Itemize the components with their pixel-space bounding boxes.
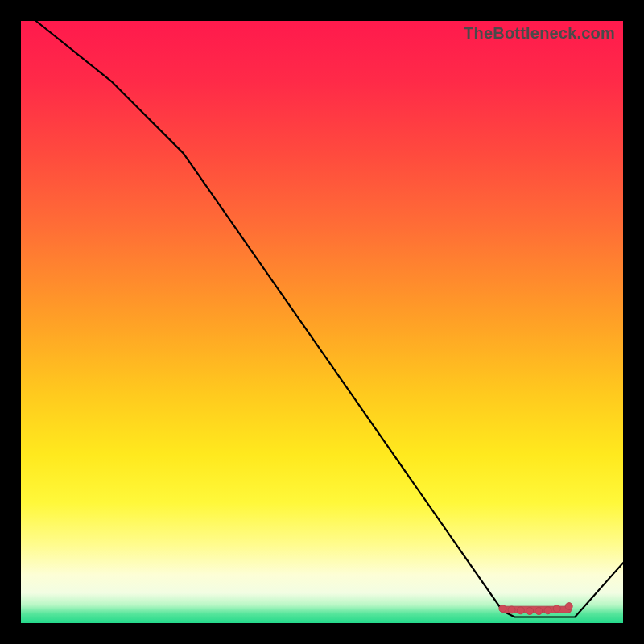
bottleneck-curve: [21, 9, 623, 617]
marker-dot: [535, 608, 543, 615]
chart-frame: TheBottleneck.com: [0, 0, 644, 644]
chart-svg: [21, 21, 623, 623]
marker-dot: [508, 606, 515, 613]
marker-dot: [499, 605, 506, 613]
marker-dot: [526, 608, 534, 615]
marker-dot: [517, 607, 524, 614]
plot-area: TheBottleneck.com: [21, 21, 623, 623]
marker-dot: [553, 605, 560, 613]
highlight-range: [499, 603, 572, 615]
marker-dot: [544, 607, 551, 614]
marker-dot: [565, 603, 572, 610]
